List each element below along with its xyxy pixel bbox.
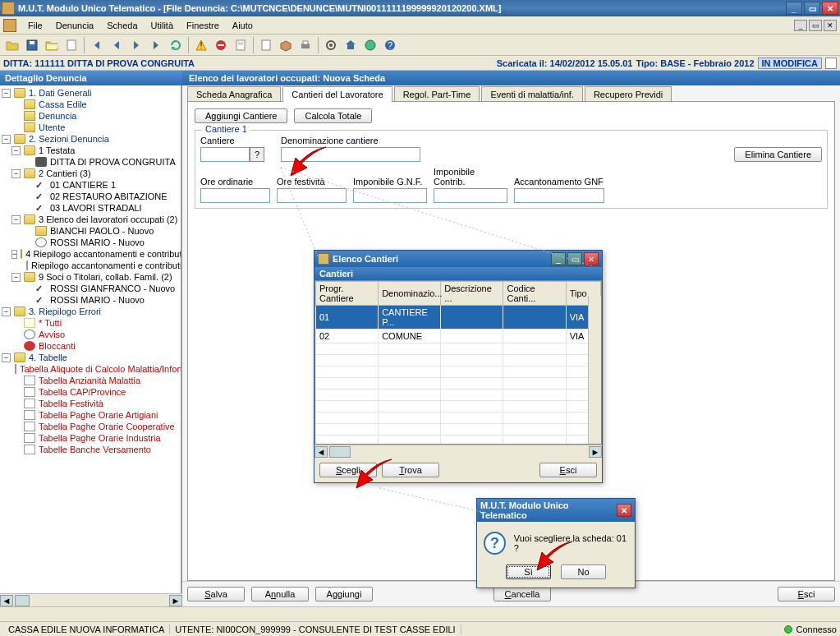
tab-recupero[interactable]: Recupero Previdi [585,86,672,102]
tree-tab-festivita[interactable]: Tabella Festività [0,398,181,409]
grid-vscroll[interactable] [588,296,601,444]
cantieri-grid[interactable]: Progr. Cantiere Denominazio... Descrizio… [314,280,602,445]
tree-tutti[interactable]: * Tutti [0,317,181,329]
tool-refresh-icon[interactable] [167,36,185,54]
popup-max-button[interactable]: ▭ [567,252,582,265]
menu-aiuto[interactable]: Aiuto [226,19,259,32]
mdi-minimize-button[interactable]: _ [794,20,807,31]
tab-anagrafica[interactable]: Scheda Anagrafica [187,86,281,102]
acc-gnf-input[interactable] [514,188,604,203]
imp-gnf-input[interactable] [353,188,427,203]
tree-riepilogo-acc-item[interactable]: Riepilogo accantonamenti e contributi [0,260,181,271]
tree-rossi-gf[interactable]: ROSSI GIANFRANCO - Nuovo [0,283,181,294]
popup-close-button[interactable]: ✕ [584,252,599,265]
tool-save-icon[interactable] [23,36,41,54]
tree-avviso[interactable]: Avviso [0,329,181,340]
close-button[interactable]: ✕ [822,2,838,15]
mdi-close-button[interactable]: ✕ [824,20,837,31]
imp-contr-input[interactable] [434,188,507,203]
tree-cantiere-1[interactable]: 01 CANTIERE 1 [0,179,181,191]
tab-cantieri[interactable]: Cantieri del Lavoratore [282,86,392,102]
tree-cantiere-3[interactable]: 03 LAVORI STRADALI [0,202,181,214]
tree-bloccanti[interactable]: Bloccanti [0,340,181,352]
cantiere-input[interactable] [200,147,250,162]
aggiungi-cantiere-button[interactable]: Aggiungi Cantiere [195,108,287,123]
tree-tab-banche[interactable]: Tabelle Banche Versamento [0,444,181,455]
tree-tabelle[interactable]: −4. Tabelle [0,352,181,363]
tree-cantiere-2[interactable]: 02 RESTAURO ABITAZIONE [0,191,181,202]
trova-button[interactable]: Trova [382,463,439,477]
col-progr[interactable]: Progr. Cantiere [316,282,379,306]
confirm-yes-button[interactable]: Sì [506,565,551,579]
salva-button[interactable]: Salva [187,587,245,601]
grid-row-2[interactable]: 02COMUNEVIA [316,330,601,343]
col-codice[interactable]: Codice Canti... [503,282,566,306]
tool-page2-icon[interactable] [257,36,275,54]
grid-row-1[interactable]: 01CANTIERE P...VIA [316,306,601,330]
esci-button[interactable]: Esci [778,587,835,601]
ore-fest-input[interactable] [277,188,347,203]
menu-denuncia[interactable]: Denuncia [49,19,100,32]
tree-rossi-mario2[interactable]: ROSSI MARIO - Nuovo [0,294,181,306]
popup-esci-button[interactable]: Esci [539,463,597,477]
cancella-button[interactable]: Cancella [493,587,551,601]
aggiungi-button[interactable]: Aggiungi [315,587,373,601]
tree-testata[interactable]: −1 Testata [0,145,181,156]
menu-scheda[interactable]: Scheda [100,19,144,32]
tool-first-icon[interactable] [88,36,106,54]
tool-last-icon[interactable] [147,36,165,54]
tool-next-icon[interactable] [127,36,145,54]
tool-help-icon[interactable]: ? [381,36,399,54]
tree-lavoratori[interactable]: −3 Elenco dei lavoratori occupati (2) [0,214,181,225]
annulla-button[interactable]: Annulla [251,587,309,601]
tool-box-icon[interactable] [277,36,295,54]
tree-tab-anzianita[interactable]: Tabella Anzianità Malattia [0,375,181,386]
tree-dati-generali[interactable]: −1. Dati Generali [0,87,181,99]
tree-tab-artigiani[interactable]: Tabella Paghe Orarie Artigiani [0,409,181,421]
tab-malattia[interactable]: Eventi di malattia/inf. [481,86,583,102]
menu-finestre[interactable]: Finestre [180,19,226,32]
menu-utilita[interactable]: Utilità [145,19,181,32]
tree-ditta-prova[interactable]: DITTA DI PROVA CONGRUITA [0,156,181,168]
col-denom[interactable]: Denominazio... [379,282,441,306]
tab-parttime[interactable]: Regol. Part-Time [394,86,480,102]
tree-bianchi[interactable]: BIANCHI PAOLO - Nuovo [0,225,181,237]
tree-riepilogo-errori[interactable]: −3. Riepilogo Errori [0,306,181,317]
tool-globe-icon[interactable] [361,36,379,54]
mdi-restore-button[interactable]: ▭ [809,20,822,31]
tree-riepilogo-acc[interactable]: −4 Riepilogo accantonamenti e contributi [0,248,181,260]
tree-cassa-edile[interactable]: Cassa Edile [0,99,181,110]
tree-sezioni[interactable]: −2. Sezioni Denuncia [0,133,181,145]
maximize-button[interactable]: ▭ [804,2,820,15]
elimina-cantiere-button[interactable]: Elimina Cantiere [734,147,822,162]
minimize-button[interactable]: _ [786,2,802,15]
cantiere-lookup-button[interactable]: ? [250,147,264,162]
confirm-no-button[interactable]: No [561,565,606,579]
tool-warn-icon[interactable]: ! [192,36,210,54]
tree-tab-coop[interactable]: Tabella Paghe Orarie Cooperative [0,421,181,432]
tool-open-icon[interactable] [3,36,21,54]
tree-tab-industria[interactable]: Tabella Paghe Orarie Industria [0,432,181,444]
tree-hscroll[interactable]: ◄► [0,593,182,606]
tool-stop-icon[interactable] [212,36,230,54]
tool-newdoc-icon[interactable] [62,36,80,54]
scegli-button[interactable]: Scegli [319,463,377,477]
tree-cantieri[interactable]: −2 Cantieri (3) [0,168,181,179]
ore-ord-input[interactable] [200,188,270,203]
grid-hscroll[interactable]: ◄► [314,445,602,458]
tree-rossi-mario[interactable]: ROSSI MARIO - Nuovo [0,237,181,248]
menu-file[interactable]: File [21,19,49,32]
tree-utente[interactable]: Utente [0,122,181,133]
tool-home-icon[interactable] [342,36,360,54]
tree-soci[interactable]: −9 Soci o Titolari, collab. Famil. (2) [0,271,181,283]
tool-print-icon[interactable] [296,36,314,54]
tree-tab-cap[interactable]: Tabella CAP/Province [0,386,181,398]
denom-input[interactable] [281,147,420,162]
col-descr[interactable]: Descrizione ... [441,282,503,306]
tree-tab-aliquote[interactable]: Tabella Aliquote di Calcolo Malattia/Inf… [0,363,181,375]
tool-prev-icon[interactable] [108,36,126,54]
confirm-close-button[interactable]: ✕ [617,504,631,517]
calcola-totale-button[interactable]: Calcola Totale [294,108,372,123]
popup-min-button[interactable]: _ [551,252,566,265]
tool-openfolder-icon[interactable] [43,36,61,54]
